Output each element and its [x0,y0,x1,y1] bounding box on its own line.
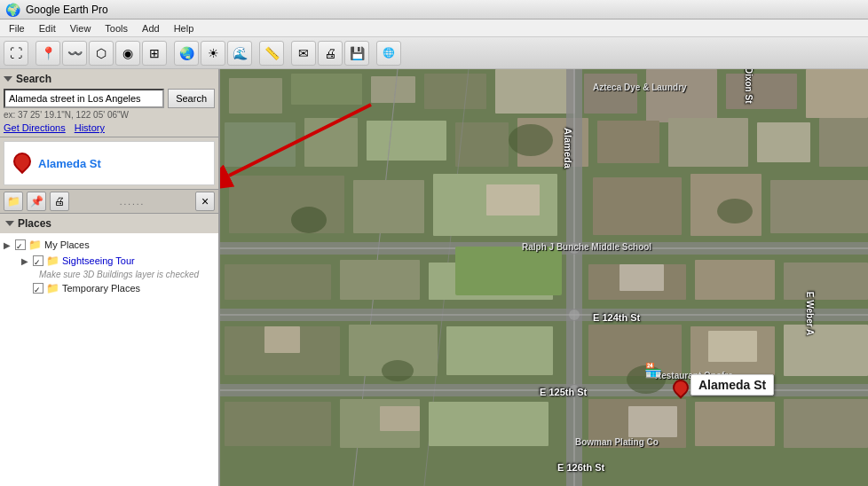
tree-item-my-places: ▶ 📁 My Places [4,237,215,253]
checkbox-my-places[interactable] [15,239,26,250]
svg-rect-3 [291,74,362,105]
svg-rect-4 [371,76,415,103]
overlay-button[interactable]: ⊞ [142,41,167,66]
menu-help[interactable]: Help [169,21,200,35]
svg-rect-58 [708,331,757,362]
panel-separator: 📁 📌 🖨 ...... × [0,189,218,214]
svg-rect-10 [806,69,868,118]
menu-edit[interactable]: Edit [34,21,61,35]
save-image-button[interactable]: 💾 [344,41,369,66]
folder-icon-my-places: 📁 [28,239,42,251]
search-input[interactable] [4,89,164,108]
menu-bar: File Edit View Tools Add Help [0,20,868,37]
path-button[interactable]: 〰️ [62,41,87,66]
tree-item-temporary: 📁 Temporary Places [21,280,215,296]
svg-rect-17 [668,118,748,167]
label-temporary: Temporary Places [62,283,140,294]
svg-point-67 [569,243,580,254]
panel-resize-handle[interactable]: ...... [73,197,192,207]
menu-tools[interactable]: Tools [99,21,133,35]
map-svg [220,69,868,486]
main-layout: Search Search ex: 37 25' 19.1"N, 122 05'… [0,69,868,486]
svg-rect-59 [380,406,420,431]
search-input-row: Search [4,89,215,108]
folder-icon-sightseeing: 📁 [46,255,59,267]
result-item[interactable]: Alameda St [4,142,214,184]
places-section: Places ▶ 📁 My Places ▶ 📁 Sightseeing T [0,214,218,486]
svg-rect-45 [446,326,553,375]
result-name: Alameda St [38,157,101,170]
search-button[interactable]: Search [168,89,215,108]
sun-button[interactable]: ☀ [201,41,225,66]
svg-rect-53 [695,402,775,446]
places-collapse-icon[interactable] [5,221,14,226]
label-sightseeing[interactable]: Sightseeing Tour [62,255,135,266]
earth-button[interactable]: 🌏 [174,41,199,66]
polygon-button[interactable]: ⬡ [89,41,114,66]
print-panel-button[interactable]: 🖨 [50,192,69,211]
svg-point-62 [291,207,327,233]
checkbox-temporary[interactable] [33,283,43,294]
svg-rect-37 [225,264,331,300]
search-section-label: Search [16,73,51,85]
svg-rect-11 [225,122,296,167]
svg-rect-19 [819,118,868,167]
circle-button[interactable]: ◉ [115,41,140,66]
svg-rect-34 [593,177,682,235]
map-background [220,69,868,486]
svg-rect-5 [424,74,486,109]
tree-item-sightseeing: ▶ 📁 Sightseeing Tour [21,253,215,269]
svg-rect-18 [757,122,810,162]
svg-rect-38 [340,260,420,300]
print-button[interactable]: 🖨 [318,41,343,66]
search-results: Alameda St [4,141,215,185]
pin-body [10,149,35,174]
expand-my-places[interactable]: ▶ [4,240,12,250]
search-section: Search Search ex: 37 25' 19.1"N, 122 05'… [0,69,218,137]
svg-rect-51 [429,402,548,446]
svg-rect-55 [264,326,300,353]
new-folder-button[interactable]: 📁 [4,192,23,211]
svg-rect-36 [770,180,868,233]
ruler-button[interactable]: 📏 [259,41,284,66]
app-title: Google Earth Pro [26,4,108,16]
menu-view[interactable]: View [65,21,97,35]
globe-button[interactable]: 🌐 [376,41,401,66]
map-area[interactable]: E Dixon St Azteca Dye & Laundry Ralph J … [220,69,868,486]
expand-sightseeing[interactable]: ▶ [21,256,30,266]
left-panel: Search Search ex: 37 25' 19.1"N, 122 05'… [0,69,220,486]
new-placemark-button[interactable]: 📌 [27,192,46,211]
email-button[interactable]: ✉ [291,41,316,66]
history-link[interactable]: History [75,122,105,133]
sightseeing-subtitle: Make sure 3D Buildings layer is checked [39,269,215,280]
svg-rect-61 [455,247,562,295]
close-panel-button[interactable]: × [195,192,215,211]
svg-rect-54 [784,399,868,448]
svg-rect-16 [597,121,659,163]
svg-rect-41 [695,260,775,300]
fullscreen-button[interactable]: ⛶ [4,41,28,66]
places-section-label: Places [18,217,51,230]
get-directions-link[interactable]: Get Directions [4,122,66,133]
svg-point-65 [382,360,414,381]
search-collapse-icon[interactable] [4,76,12,82]
label-my-places: My Places [44,239,90,250]
places-header: Places [0,214,218,233]
placemark-button[interactable]: 📍 [36,41,60,66]
title-bar: 🌍 Google Earth Pro [0,0,868,20]
alameda-pin: Alameda St [673,380,689,396]
svg-rect-48 [784,325,868,376]
svg-rect-42 [784,263,868,300]
result-pin [13,153,31,174]
menu-add[interactable]: Add [137,21,165,35]
menu-file[interactable]: File [4,21,30,35]
svg-point-69 [569,385,580,396]
restaurant-marker: 🏪 [644,362,662,379]
ocean-button[interactable]: 🌊 [227,41,252,66]
svg-rect-56 [486,184,540,216]
checkbox-sightseeing[interactable] [33,255,43,266]
svg-point-68 [569,310,580,320]
coord-hint: ex: 37 25' 19.1"N, 122 05' 06"W [4,110,215,120]
svg-rect-14 [455,122,509,167]
svg-rect-9 [726,74,797,109]
